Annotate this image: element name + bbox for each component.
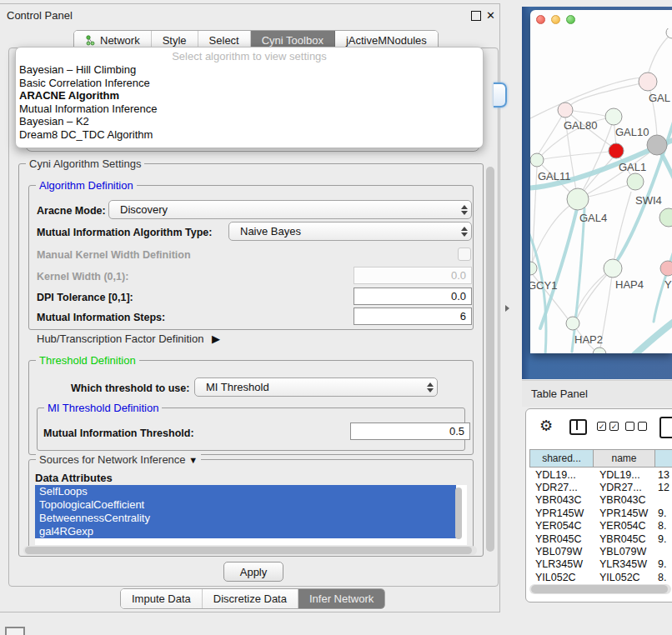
which-threshold-combobox[interactable]: MI Threshold	[194, 378, 438, 397]
data-attributes-list[interactable]: SelfLoopsTopologicalCoefficientBetweenne…	[35, 485, 467, 545]
table-row[interactable]: YBR045CYBR045C9.	[529, 532, 672, 545]
close-panel-icon[interactable]: ✕	[486, 9, 495, 22]
table-cell: YBR045C	[594, 533, 655, 545]
column-header-name[interactable]: name	[594, 449, 655, 468]
mi-type-value: Naive Bayes	[229, 225, 458, 238]
table-cell: YBR043C	[594, 494, 655, 506]
table-cell: YPR145W	[529, 508, 594, 519]
algorithm-combobox-fragment[interactable]	[494, 82, 507, 108]
network-node[interactable]	[660, 261, 672, 276]
table-hscrollbar-thumb[interactable]	[531, 585, 668, 593]
table-cell: YLR345W	[594, 558, 655, 570]
mi-threshold-field[interactable]: 0.5	[350, 422, 470, 440]
network-node[interactable]	[627, 173, 644, 190]
algorithm-option[interactable]: Mutual Information Inference	[16, 102, 483, 116]
algorithm-option-list: Bayesian – Hill ClimbingBasic Correlatio…	[16, 63, 483, 141]
algorithm-option[interactable]: Basic Correlation Inference	[16, 77, 483, 90]
tab-infer-network[interactable]: Infer Network	[298, 589, 384, 608]
which-threshold-value: MI Threshold	[195, 381, 424, 393]
mi-steps-field[interactable]: 6	[354, 308, 472, 325]
table-cell: 9.	[655, 533, 666, 545]
table-panel-title: Table Panel	[531, 388, 588, 400]
column-header-shared-name[interactable]: shared...	[529, 449, 594, 468]
kernel-width-field[interactable]: 0.0	[354, 267, 472, 284]
settings-hscrollbar-track[interactable]	[23, 546, 477, 555]
sources-legend-label: Sources for Network Inference	[39, 453, 186, 466]
minimized-panel-icon[interactable]	[5, 627, 25, 635]
table-cell: YDR27...	[594, 482, 655, 493]
aracne-mode-label: Aracne Mode:	[37, 205, 106, 217]
network-node[interactable]	[558, 102, 573, 118]
data-attribute-option[interactable]: BetweennessCentrality	[35, 512, 456, 525]
zoom-window-icon[interactable]	[566, 15, 575, 24]
panel-top-border	[0, 3, 500, 4]
minimize-window-icon[interactable]	[551, 15, 560, 24]
table-cell: YIL052C	[529, 572, 594, 583]
data-attribute-option[interactable]: gal4RGexp	[35, 525, 456, 538]
combo-stepper-icon	[458, 205, 471, 215]
tab-jactivemnodules-label: jActiveMNodules	[346, 34, 427, 47]
manual-kernel-checkbox[interactable]	[458, 248, 471, 261]
column-header-partial[interactable]	[655, 449, 672, 468]
algorithm-option[interactable]: ARACNE Algorithm	[16, 89, 483, 102]
which-threshold-label: Which threshold to use:	[71, 382, 189, 394]
network-node[interactable]	[609, 143, 624, 158]
settings-hscrollbar-thumb[interactable]	[25, 547, 472, 554]
table-row[interactable]: YBR043CYBR043C	[529, 494, 672, 507]
algorithm-option[interactable]: Dream8 DC_TDC Algorithm	[16, 128, 483, 142]
network-node[interactable]	[647, 135, 667, 155]
gear-icon[interactable]: ⚙	[539, 417, 553, 435]
table-row[interactable]: YBL079WYBL079W	[529, 545, 672, 558]
float-panel-icon[interactable]	[471, 11, 481, 21]
network-node[interactable]	[566, 317, 579, 330]
data-attributes-label: Data Attributes	[35, 472, 113, 484]
data-attribute-option[interactable]: TopologicalCoefficient	[35, 498, 456, 512]
splitter-arrow-icon[interactable]	[505, 305, 509, 312]
table-cell: YBL079W	[594, 546, 655, 558]
close-window-icon[interactable]	[536, 15, 545, 24]
kernel-width-label: Kernel Width (0,1):	[37, 271, 128, 282]
tab-impute-data-label: Impute Data	[132, 592, 191, 605]
table-row[interactable]: YDR27...YDR27...12	[529, 481, 672, 493]
table-cell: YBR045C	[529, 533, 594, 545]
hub-definition-toggle[interactable]: Hub/Transcription Factor Definition ▶	[37, 332, 220, 345]
settings-vscrollbar-track[interactable]	[485, 165, 496, 555]
sources-legend[interactable]: Sources for Network Inference ▼	[36, 453, 201, 466]
network-canvas[interactable]: GALGAL80GAL10GAL1SWI4GAL11GAL4GCY1HAP4YH…	[530, 28, 672, 353]
network-node[interactable]	[567, 188, 589, 210]
network-node[interactable]	[604, 259, 622, 278]
network-node[interactable]	[639, 72, 657, 91]
node-label: GCY1	[530, 279, 557, 292]
table-cell: YER054C	[529, 520, 594, 532]
table-row[interactable]: YER054CYER054C8.	[529, 520, 672, 532]
network-node[interactable]	[530, 153, 544, 167]
tab-discretize-data[interactable]: Discretize Data	[203, 589, 298, 608]
table-rows: YDL19...YDL19...13YDR27...YDR27...12YBR0…	[529, 468, 672, 583]
tab-network-label: Network	[100, 34, 140, 47]
table-row[interactable]: YPR145WYPR145W9.	[529, 507, 672, 519]
aracne-mode-combobox[interactable]: Discovery	[108, 200, 472, 219]
table-panel-body: ⚙ ✓✓ shared... name YDL19...YDL19...13YD…	[525, 408, 672, 602]
tab-impute-data[interactable]: Impute Data	[121, 589, 203, 608]
network-node[interactable]	[605, 108, 622, 125]
function-builder-icon[interactable]	[659, 417, 672, 438]
data-attribute-option[interactable]: SelfLoops	[35, 485, 456, 498]
select-all-icon[interactable]: ✓✓	[597, 422, 619, 431]
mi-type-combobox[interactable]: Naive Bayes	[228, 222, 472, 241]
settings-vscrollbar-thumb[interactable]	[486, 167, 494, 552]
table-row[interactable]: YDL19...YDL19...13	[529, 468, 672, 481]
table-cell: 8.	[655, 520, 666, 532]
table-hscrollbar-track[interactable]	[529, 584, 671, 594]
table-cell: YDL19...	[594, 469, 655, 481]
table-row[interactable]: YLR345WYLR345W9.	[529, 558, 672, 571]
split-view-icon[interactable]	[569, 419, 587, 435]
algorithm-option[interactable]: Bayesian – K2	[16, 115, 483, 128]
algorithm-option[interactable]: Bayesian – Hill Climbing	[16, 63, 483, 77]
table-row[interactable]: YIL052CYIL052C8.	[529, 571, 672, 583]
tab-style-label: Style	[163, 34, 187, 47]
dpi-tolerance-field[interactable]: 0.0	[354, 288, 472, 305]
deselect-all-icon[interactable]	[625, 422, 647, 431]
apply-button[interactable]: Apply	[223, 562, 283, 582]
node-label: GAL80	[564, 119, 597, 132]
attribute-list-scrollbar[interactable]	[455, 488, 462, 539]
